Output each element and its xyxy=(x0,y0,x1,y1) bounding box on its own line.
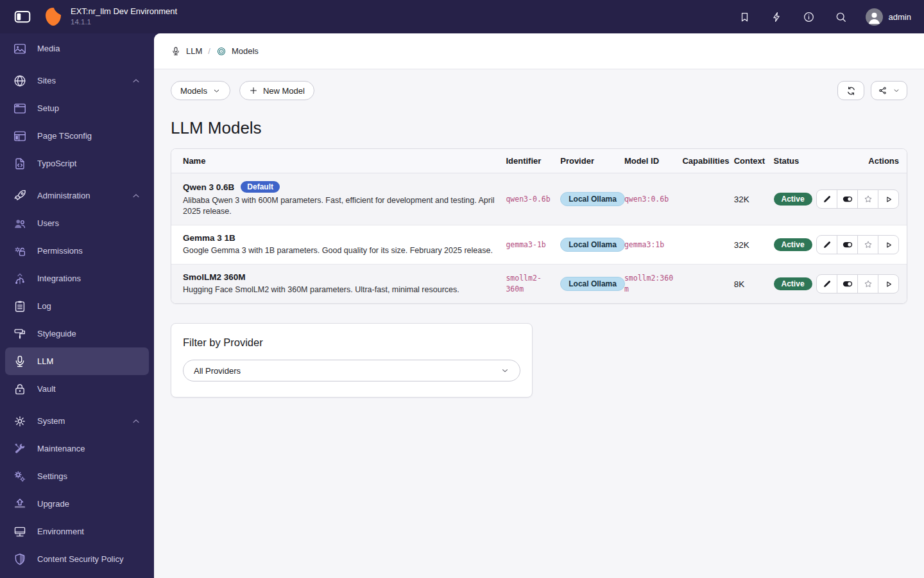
sidebar-item-label: Log xyxy=(37,301,51,311)
sidebar-item-content-security-policy[interactable]: Content Security Policy xyxy=(5,545,149,573)
topbar: EXT:nr_llm Dev Environment 14.1.1 admin xyxy=(0,0,924,33)
model-identifier: gemma3-1b xyxy=(506,240,560,250)
sidebar-item-environment[interactable]: Environment xyxy=(5,518,149,545)
sidebar-item-page-tsconfig[interactable]: Page TSconfig xyxy=(5,122,149,150)
models-view-selector[interactable]: Models xyxy=(171,81,230,100)
chevron-up-icon xyxy=(131,416,141,426)
new-model-button[interactable]: New Model xyxy=(239,81,314,100)
bolt-icon[interactable] xyxy=(769,9,785,24)
sidebar-item-styleguide[interactable]: Styleguide xyxy=(5,320,149,347)
avatar xyxy=(866,8,883,26)
paint-roller-icon xyxy=(13,327,27,341)
layout-icon xyxy=(13,129,27,143)
sidebar-item-users[interactable]: Users xyxy=(5,209,149,237)
user-menu[interactable]: admin xyxy=(866,8,911,26)
sidebar-item-vault[interactable]: Vault xyxy=(5,375,149,403)
toggle-active-button[interactable] xyxy=(837,235,858,254)
sidebar-item-label: Upgrade xyxy=(37,499,69,509)
breadcrumb: LLM / Models xyxy=(154,33,924,69)
star-icon xyxy=(863,279,873,289)
sidebar-item-label: Styleguide xyxy=(37,329,76,338)
sidebar-item-log[interactable]: Log xyxy=(5,292,149,320)
provider-badge: Local Ollama xyxy=(560,238,625,252)
sidebar-item-settings[interactable]: Settings xyxy=(5,462,149,490)
context-size: 8K xyxy=(734,279,774,289)
lock-icon xyxy=(13,382,27,396)
sidebar-item-administration[interactable]: Administration xyxy=(5,182,149,209)
edit-button[interactable] xyxy=(816,274,837,293)
set-default-button[interactable] xyxy=(857,235,878,254)
sidebar-item-llm[interactable]: LLM xyxy=(5,347,149,375)
set-default-button[interactable] xyxy=(857,274,878,293)
edit-button[interactable] xyxy=(816,235,837,254)
sidebar-item-sites[interactable]: Sites xyxy=(5,67,149,94)
share-button[interactable] xyxy=(871,81,907,100)
context-size: 32K xyxy=(734,240,774,250)
breadcrumb-module-label: LLM xyxy=(186,46,202,56)
models-view-selector-label: Models xyxy=(180,86,207,96)
rocket-icon xyxy=(13,189,27,203)
file-code-icon xyxy=(13,157,27,171)
shield-icon xyxy=(13,552,27,566)
chevron-down-icon xyxy=(501,366,509,375)
set-default-button[interactable] xyxy=(857,189,878,209)
actions-cell xyxy=(816,189,907,209)
main-row: Media Sites Setup Page TSconfig TypoScri… xyxy=(0,33,924,578)
model-name: Qwen 3 0.6B xyxy=(183,182,234,192)
microphone-icon xyxy=(13,355,27,369)
column-header-model-id: Model ID xyxy=(624,156,683,166)
status-badge: Active xyxy=(774,238,812,251)
app-window: EXT:nr_llm Dev Environment 14.1.1 admin xyxy=(0,0,924,578)
info-icon[interactable] xyxy=(801,9,817,24)
column-header-name: Name xyxy=(171,156,506,166)
sidebar-item-system[interactable]: System xyxy=(5,407,149,435)
provider-cell: Local Ollama xyxy=(560,192,624,206)
sidebar-item-label: Setup xyxy=(37,103,59,113)
sidebar-item-integrations[interactable]: Integrations xyxy=(5,265,149,292)
status-cell: Active xyxy=(774,193,816,206)
tools-icon xyxy=(13,442,27,456)
sidebar-item-maintenance[interactable]: Maintenance xyxy=(5,435,149,462)
sidebar-item-label: Users xyxy=(37,218,59,228)
sidebar-item-media[interactable]: Media xyxy=(5,35,149,62)
column-header-capabilities: Capabilities xyxy=(682,156,733,166)
plus-icon xyxy=(249,86,258,95)
sidebar-item-label: Sites xyxy=(37,76,56,85)
breadcrumb-page[interactable]: Models xyxy=(216,46,259,57)
search-icon[interactable] xyxy=(834,9,849,24)
status-badge: Active xyxy=(774,277,812,290)
globe-icon xyxy=(13,74,27,88)
edit-button[interactable] xyxy=(816,189,837,209)
sidebar-item-label: Environment xyxy=(37,527,84,536)
column-header-status: Status xyxy=(774,156,816,166)
monitor-icon xyxy=(13,525,27,539)
provider-filter-select[interactable]: All Providers xyxy=(183,360,520,381)
table-header-row: Name Identifier Provider Model ID Capabi… xyxy=(171,149,907,173)
sidebar-item-typoscript[interactable]: TypoScript xyxy=(5,150,149,177)
app-title-block: EXT:nr_llm Dev Environment 14.1.1 xyxy=(71,7,177,26)
table-row: SmolLM2 360M Hugging Face SmolLM2 with 3… xyxy=(171,265,907,303)
sidebar-item-label: Administration xyxy=(37,191,90,200)
sidebar-item-upgrade[interactable]: Upgrade xyxy=(5,490,149,518)
breadcrumb-module[interactable]: LLM xyxy=(171,46,202,57)
context-size: 32K xyxy=(734,195,774,204)
sidebar-item-label: Vault xyxy=(37,384,56,394)
image-icon xyxy=(13,42,27,56)
sidebar-item-label: Page TSconfig xyxy=(37,131,92,141)
sidebar-item-permissions[interactable]: Permissions xyxy=(5,237,149,265)
chevron-down-icon xyxy=(893,87,900,94)
toggle-active-button[interactable] xyxy=(837,189,858,209)
toggle-active-button[interactable] xyxy=(837,274,858,293)
test-model-button[interactable] xyxy=(878,274,899,293)
bookmark-icon[interactable] xyxy=(737,9,753,24)
provider-cell: Local Ollama xyxy=(560,238,624,252)
refresh-button[interactable] xyxy=(837,81,864,100)
sidebar-toggle-button[interactable] xyxy=(13,7,32,26)
test-model-button[interactable] xyxy=(878,235,899,254)
sidebar-item-setup[interactable]: Setup xyxy=(5,94,149,122)
provider-badge: Local Ollama xyxy=(560,277,625,291)
toggle-on-icon xyxy=(842,278,853,290)
upgrade-icon xyxy=(13,497,27,511)
actions-cell xyxy=(816,235,907,254)
test-model-button[interactable] xyxy=(878,189,899,209)
